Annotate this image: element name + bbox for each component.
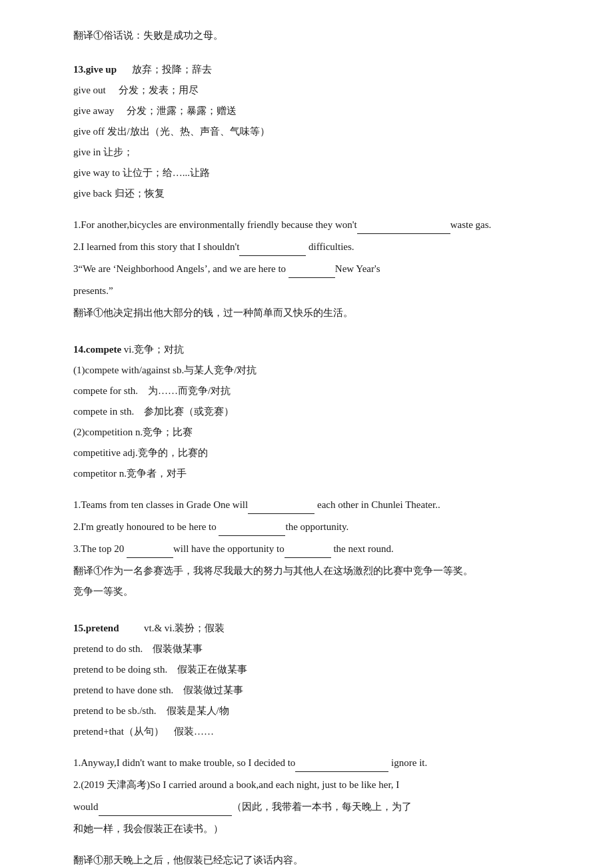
section-14-translation: 翻译①作为一名参赛选手，我将尽我最大的努力与其他人在这场激烈的比赛中竞争一等奖。 bbox=[73, 562, 560, 580]
pretend-to-have-done-meaning: 假装做过某事 bbox=[173, 685, 243, 695]
ex15-2-after: （因此，我带着一本书，每天晚上，为了 bbox=[232, 801, 412, 812]
ex3-before: 3“We are ‘Neighborhood Angels’, and we a… bbox=[73, 263, 289, 274]
vocab-pretend-to-be-sb: pretend to be sb./sth. 假装是某人/物 bbox=[73, 702, 560, 720]
ex14-1-after: each other in Chunlei Theater.. bbox=[314, 499, 440, 510]
ex15-1-blank bbox=[295, 761, 388, 773]
vocab-give-in: give in 让步； bbox=[73, 143, 560, 161]
section-13: 13.give up 放弃；投降；辞去 give out 分发；发表；用尽 gi… bbox=[73, 61, 560, 322]
section-15-ex2-line2: would（因此，我带着一本书，每天晚上，为了 bbox=[73, 798, 560, 816]
pretend-to-be-sb-phrase: pretend to be sb./sth. bbox=[73, 705, 157, 716]
pretend-to-be-doing-phrase: pretend to be doing sth. bbox=[73, 664, 167, 675]
section-14: 14.compete vi.竞争；对抗 (1)compete with/agai… bbox=[73, 341, 560, 601]
vocab-give-off-meaning: 发出/放出（光、热、声音、气味等） bbox=[107, 126, 270, 137]
ex15-2-label: 2.(2019 天津高考)So I carried around a book,… bbox=[73, 779, 399, 790]
section-13-meaning-text: 放弃；投降；辞去 bbox=[132, 64, 212, 75]
vocab-pretend-to-have-done: pretend to have done sth. 假装做过某事 bbox=[73, 681, 560, 699]
section-15-title: 15.pretend vt.& vi.装扮；假装 bbox=[73, 619, 560, 637]
ex2-after: difficulties. bbox=[306, 241, 354, 252]
vocab-pretend-that: pretend+that（从句） 假装…… bbox=[73, 723, 560, 741]
pretend-to-have-done-phrase: pretend to have done sth. bbox=[73, 685, 173, 695]
ex14-2-blank bbox=[219, 525, 285, 537]
competitor-phrase: competitor n. bbox=[73, 468, 127, 479]
vocab-competitive: competitive adj.竞争的，比赛的 bbox=[73, 444, 560, 462]
section-13-ex3-cont: presents.” bbox=[73, 282, 560, 300]
compete-for-meaning: 为……而竞争/对抗 bbox=[138, 385, 231, 396]
intro-translation-text: 翻译①俗话说：失败是成功之母。 bbox=[73, 30, 223, 41]
section-14-title: 14.compete vi.竞争；对抗 bbox=[73, 341, 560, 359]
section-15-ex2: 2.(2019 天津高考)So I carried around a book,… bbox=[73, 776, 560, 794]
ex15-2-cont: 和她一样，我会假装正在读书。） bbox=[73, 823, 223, 834]
compete-with-phrase: (1)compete with/against sb. bbox=[73, 365, 184, 375]
ex2-before: 2.I learned from this story that I shoul… bbox=[73, 241, 239, 252]
ex15-1-before: 1.Anyway,I didn't want to make trouble, … bbox=[73, 757, 295, 768]
competitor-meaning: 竞争者，对手 bbox=[127, 468, 187, 479]
vocab-give-out: give out 分发；发表；用尽 bbox=[73, 81, 560, 99]
section-15-title-sp bbox=[121, 623, 141, 633]
pretend-to-be-sb-meaning: 假装是某人/物 bbox=[157, 705, 229, 716]
section-13-ex1: 1.For another,bicycles are environmental… bbox=[73, 216, 560, 234]
section-14-title-phrase: 14.compete bbox=[73, 344, 121, 355]
ex15-1-after: ignore it. bbox=[388, 757, 427, 768]
section-13-ex3: 3“We are ‘Neighborhood Angels’, and we a… bbox=[73, 260, 560, 278]
section-13-title-meaning bbox=[119, 64, 129, 75]
section-14-ex2: 2.I'm greatly honoured to be here to the… bbox=[73, 518, 560, 536]
vocab-give-out-phrase: give out bbox=[73, 85, 106, 95]
ex14-1-blank bbox=[248, 503, 314, 515]
compete-for-phrase: compete for sth. bbox=[73, 385, 138, 396]
ex14-2-after: the opportunity. bbox=[285, 521, 348, 532]
section-15-title-phrase: 15.pretend bbox=[73, 623, 119, 633]
intro-translation: 翻译①俗话说：失败是成功之母。 bbox=[73, 27, 560, 45]
section-15: 15.pretend vt.& vi.装扮；假装 pretend to do s… bbox=[73, 619, 560, 868]
ex15-2-would: would bbox=[73, 801, 99, 812]
vocab-give-out-meaning: 分发；发表；用尽 bbox=[109, 85, 199, 95]
vocab-give-back-phrase: give back bbox=[73, 188, 112, 199]
pretend-to-do-phrase: pretend to do sth. bbox=[73, 643, 143, 654]
section-14-translation-cont: 竞争一等奖。 bbox=[73, 583, 560, 601]
competitive-meaning: 竞争的，比赛的 bbox=[138, 447, 208, 458]
ex15-2-blank bbox=[99, 805, 232, 817]
ex14-1-before: 1.Teams from ten classes in Grade One wi… bbox=[73, 499, 248, 510]
vocab-compete-in: compete in sth. 参加比赛（或竞赛） bbox=[73, 403, 560, 421]
ex1-after: waste gas. bbox=[450, 219, 492, 230]
ex3-after: presents.” bbox=[73, 285, 113, 296]
vocab-compete-with: (1)compete with/against sb.与某人竞争/对抗 bbox=[73, 361, 560, 379]
section-14-translation-text: 翻译①作为一名参赛选手，我将尽我最大的努力与其他人在这场激烈的比赛中竞争一等奖。 bbox=[73, 565, 473, 576]
ex1-num: 1.For another,bicycles are environmental… bbox=[73, 219, 357, 230]
ex14-3-before: 3.The top 20 bbox=[73, 543, 127, 554]
compete-in-meaning: 参加比赛（或竞赛） bbox=[134, 406, 234, 417]
ex14-3-blank1 bbox=[127, 547, 173, 559]
ex3-mid: New Year's bbox=[335, 263, 380, 274]
ex14-3-mid: will have the opportunity to bbox=[173, 543, 285, 554]
section-15-ex1: 1.Anyway,I didn't want to make trouble, … bbox=[73, 754, 560, 772]
section-13-ex2: 2.I learned from this story that I shoul… bbox=[73, 238, 560, 256]
ex14-3-after: the next round. bbox=[331, 543, 394, 554]
vocab-give-back: give back 归还；恢复 bbox=[73, 185, 560, 203]
vocab-competitor: competitor n.竞争者，对手 bbox=[73, 465, 560, 483]
vocab-give-off: give off 发出/放出（光、热、声音、气味等） bbox=[73, 123, 560, 141]
section-14-translation-cont-text: 竞争一等奖。 bbox=[73, 586, 133, 597]
section-13-translation-text: 翻译①他决定捐出他大部分的钱，过一种简单而又快乐的生活。 bbox=[73, 307, 353, 318]
competitive-phrase: competitive adj. bbox=[73, 447, 138, 458]
section-13-title-phrase: 13.give up bbox=[73, 64, 117, 75]
ex2-blank bbox=[239, 245, 306, 257]
section-15-ex2-line3: 和她一样，我会假装正在读书。） bbox=[73, 820, 560, 838]
vocab-give-way-meaning: 让位于；给…...让路 bbox=[123, 167, 210, 178]
section-14-ex3: 3.The top 20 will have the opportunity t… bbox=[73, 540, 560, 558]
section-15-title-meaning: vt.& vi.装扮；假装 bbox=[144, 623, 225, 633]
vocab-give-in-phrase: give in bbox=[73, 147, 101, 157]
pretend-that-phrase: pretend+that（从句） 假装…… bbox=[73, 726, 214, 737]
section-15-translation-text: 翻译①那天晚上之后，他假装已经忘记了谈话内容。 bbox=[73, 855, 303, 865]
pretend-to-do-meaning: 假装做某事 bbox=[143, 643, 203, 654]
vocab-pretend-to-be-doing: pretend to be doing sth. 假装正在做某事 bbox=[73, 661, 560, 679]
vocab-give-away-meaning: 分发；泄露；暴露；赠送 bbox=[117, 105, 237, 116]
vocab-give-back-meaning: 归还；恢复 bbox=[115, 188, 165, 199]
ex14-3-blank2 bbox=[285, 547, 331, 559]
competition-phrase: (2)competition n. bbox=[73, 427, 143, 437]
vocab-give-way-phrase: give way to bbox=[73, 167, 120, 178]
compete-in-phrase: compete in sth. bbox=[73, 406, 134, 417]
ex14-2-before: 2.I'm greatly honoured to be here to bbox=[73, 521, 219, 532]
vocab-compete-for: compete for sth. 为……而竞争/对抗 bbox=[73, 382, 560, 400]
ex1-blank bbox=[357, 223, 450, 235]
section-13-translation: 翻译①他决定捐出他大部分的钱，过一种简单而又快乐的生活。 bbox=[73, 304, 560, 322]
vocab-give-away: give away 分发；泄露；暴露；赠送 bbox=[73, 102, 560, 120]
